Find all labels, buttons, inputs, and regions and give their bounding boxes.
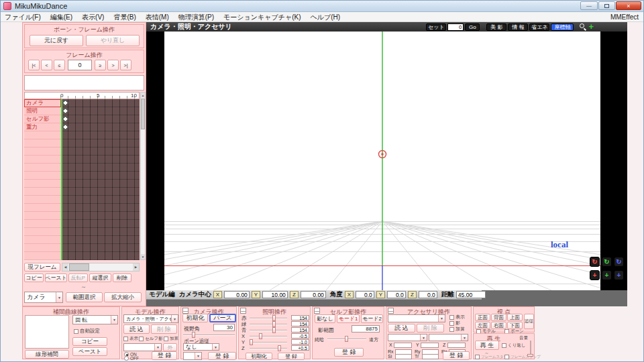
accessory-load-button[interactable]: 読 込	[388, 324, 415, 333]
menu-help[interactable]: ヘルプ(H)	[306, 12, 345, 22]
timeline-row-label-empty[interactable]	[24, 220, 61, 228]
scroll-right-icon[interactable]: ▶	[133, 263, 139, 271]
shadow-range-input[interactable]	[352, 325, 380, 333]
light-b-value[interactable]	[291, 327, 309, 333]
viewport-frame-input[interactable]	[447, 23, 464, 31]
shadow-none-button[interactable]: 影なし	[315, 314, 335, 323]
dropdown-arrow-icon[interactable]: ▼	[56, 292, 62, 302]
keyframe-diamond[interactable]	[62, 116, 69, 123]
light-init-button[interactable]: 初期化	[246, 353, 272, 360]
perspective-button[interactable]: パース	[209, 314, 236, 322]
timeline-row-label-empty[interactable]	[24, 196, 61, 204]
dropdown-arrow-icon[interactable]: ▼	[438, 315, 445, 322]
frame-first-button[interactable]: |<	[28, 60, 40, 70]
menu-background[interactable]: 背景(B)	[109, 12, 140, 22]
center-x-value[interactable]	[224, 291, 250, 298]
keyframe-diamond[interactable]	[62, 100, 69, 107]
timeline-grid[interactable]	[61, 99, 140, 260]
fov-slider[interactable]	[183, 335, 235, 336]
light-y-thumb[interactable]	[250, 339, 253, 345]
set-button[interactable]: セット	[426, 23, 446, 31]
paste-button[interactable]: ペースト	[45, 274, 67, 282]
model-select-combo[interactable]: カメラ・照明・アクセサリ ▼	[123, 314, 178, 323]
undo-button[interactable]: 元に戻す	[30, 35, 83, 46]
accessory-register-button[interactable]: 登 録	[443, 351, 470, 360]
timeline-vscrollbar[interactable]: ▲ ▼	[140, 92, 146, 260]
model-sub-combo[interactable]: ▼	[123, 343, 162, 351]
maximize-button[interactable]	[598, 1, 615, 10]
view-follow-button[interactable]: 追従	[524, 314, 534, 329]
hscroll-thumb[interactable]	[69, 263, 89, 271]
view-front-button[interactable]: 正面	[475, 314, 490, 321]
timeline-row-label-empty[interactable]	[24, 147, 61, 156]
light-r-value[interactable]	[291, 315, 309, 320]
menu-physics[interactable]: 物理演算(P)	[174, 12, 219, 22]
acc-z-field[interactable]	[447, 343, 466, 348]
keyframe-diamond[interactable]	[62, 108, 69, 115]
light-x-slider[interactable]	[250, 336, 287, 337]
camera-register-button[interactable]: 登 録	[208, 352, 236, 360]
view-top-button[interactable]: 上面	[507, 314, 523, 321]
timeline-row-label-empty[interactable]	[24, 212, 61, 220]
crosshair-plus-icon[interactable]: +	[588, 23, 594, 31]
menu-file[interactable]: ファイル(F)	[0, 12, 46, 22]
axis-toggle-button[interactable]: 座標軸	[551, 23, 574, 31]
flip-paste-button[interactable]: 反転P	[68, 274, 88, 282]
close-button[interactable]: ×	[616, 1, 641, 10]
view-back-button[interactable]: 背面	[491, 314, 506, 321]
frame-fwd-button[interactable]: >	[107, 60, 119, 70]
angle-x-value[interactable]	[356, 291, 374, 298]
timeline-row-label-gravity[interactable]: 重力	[24, 123, 61, 131]
timeline-row-label-empty[interactable]	[24, 204, 61, 212]
scroll-left-icon[interactable]: ◀	[62, 263, 68, 271]
light-b-thumb[interactable]	[272, 327, 276, 333]
menu-mmeffect[interactable]: MMEffect	[610, 12, 639, 22]
dropdown-arrow-icon[interactable]: ▼	[212, 344, 219, 350]
shadow-register-button[interactable]: 登 録	[334, 348, 364, 357]
model-off-radio[interactable]: OFF	[124, 356, 139, 361]
volume-slider-thumb[interactable]	[527, 354, 533, 357]
fov-slider-thumb[interactable]	[192, 332, 195, 338]
timeline-row-label-empty[interactable]	[24, 139, 61, 147]
angle-z-chip[interactable]: Z	[408, 291, 417, 298]
timeline-row-label-empty[interactable]	[24, 164, 61, 172]
timeline-row-label-empty[interactable]	[24, 188, 61, 196]
dropdown-arrow-icon[interactable]: ▼	[154, 344, 161, 351]
accessory-delete-button[interactable]: 削 除	[417, 324, 444, 333]
timeline-hscrollbar[interactable]: ◀ ▶	[62, 263, 140, 272]
viewport-canvas[interactable]: local	[164, 32, 600, 290]
play-button[interactable]: 再 生	[475, 341, 499, 350]
light-y-value[interactable]	[291, 339, 309, 345]
frame-back-button[interactable]: <	[41, 60, 52, 70]
interp-copy-button[interactable]: コピー	[72, 337, 107, 346]
dropdown-arrow-icon[interactable]: ▼	[111, 316, 117, 324]
model-load-button[interactable]: 読 込	[123, 324, 150, 334]
camera-rotate-x-icon[interactable]: ↻	[590, 257, 600, 267]
minimize-button[interactable]: —	[580, 1, 598, 10]
current-frame-button[interactable]: 現フレーム	[24, 263, 60, 272]
accessory-bind-model-combo[interactable]: ▼	[388, 334, 427, 341]
timeline-row-label-selfshadow[interactable]: セルフ影	[24, 115, 61, 123]
frame-next-key-button[interactable]: ≥	[95, 60, 106, 70]
acc-y-field[interactable]	[421, 343, 439, 348]
light-g-value[interactable]	[291, 321, 309, 326]
angle-y-value[interactable]	[387, 291, 406, 298]
menu-view[interactable]: 表示(V)	[77, 12, 109, 22]
model-register-button[interactable]: 登 録	[152, 351, 177, 360]
scroll-up-icon[interactable]: ▲	[141, 93, 145, 98]
scroll-down-icon[interactable]: ▼	[141, 254, 145, 259]
menu-expression[interactable]: 表情(M)	[141, 12, 174, 22]
timeline-row-label-empty[interactable]	[24, 252, 61, 260]
linear-interp-button[interactable]: 線形補間	[25, 350, 69, 359]
timeline-row-label-empty[interactable]	[24, 228, 61, 236]
timeline-row-label-empty[interactable]	[24, 180, 61, 188]
timeline-row-label-empty[interactable]	[24, 172, 61, 180]
center-z-chip[interactable]: Z	[290, 291, 299, 298]
fov-input[interactable]	[213, 324, 235, 331]
model-out-button[interactable]: 外	[163, 343, 177, 351]
bone-follow-combo[interactable]: なし ▼	[183, 343, 219, 351]
redo-button[interactable]: やり直し	[86, 35, 140, 46]
zoom-scale-button[interactable]: 拡大縮小	[104, 292, 142, 302]
beauty-shadow-button[interactable]: 美 影	[486, 23, 506, 31]
dropdown-arrow-icon[interactable]: ▼	[195, 353, 201, 359]
